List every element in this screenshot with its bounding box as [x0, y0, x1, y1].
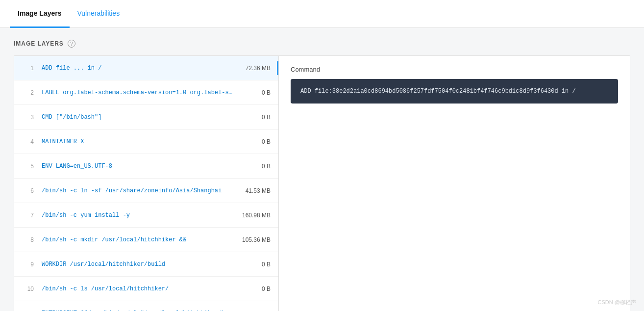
layer-command: /bin/sh -c ls /usr/local/hitchhiker/ [42, 285, 232, 292]
layer-row[interactable]: 9WORKDIR /usr/local/hitchhiker/build0 B [14, 252, 278, 277]
layer-size: 160.98 MB [236, 212, 271, 219]
layer-number: 9 [22, 261, 34, 268]
layer-size: 0 B [236, 285, 271, 292]
section-title: IMAGE LAYERS [14, 40, 64, 47]
layer-number: 2 [22, 89, 34, 96]
layer-row[interactable]: 11ENTRYPOINT ["/usr/bin/node" "/usr/loca… [14, 301, 278, 311]
layer-size: 0 B [236, 114, 271, 121]
layer-row[interactable]: 3CMD ["/bin/bash"]0 B [14, 105, 278, 130]
layer-command: LABEL org.label-schema.schema-version=1.… [42, 89, 232, 96]
layer-row[interactable]: 4MAINTAINER X0 B [14, 130, 278, 154]
layer-command: ADD file ... in / [42, 65, 232, 72]
detail-panel: Command ADD file:38e2d2a1a0cd8694bd5086f… [279, 56, 630, 311]
layer-size: 105.36 MB [236, 236, 271, 243]
layer-row[interactable]: 10/bin/sh -c ls /usr/local/hitchhiker/0 … [14, 277, 278, 301]
layer-row[interactable]: 1ADD file ... in /72.36 MB [14, 56, 278, 80]
help-icon[interactable]: ? [68, 40, 75, 48]
layer-row[interactable]: 5ENV LANG=en_US.UTF-80 B [14, 154, 278, 179]
layer-size: 41.53 MB [236, 187, 271, 194]
layer-size: 0 B [236, 163, 271, 170]
tab-vulnerabilities[interactable]: Vulnerabilities [70, 0, 128, 28]
section-header: IMAGE LAYERS ? [14, 40, 630, 48]
layer-size: 0 B [236, 138, 271, 145]
layer-command: /bin/sh -c mkdir /usr/local/hitchhiker &… [42, 236, 232, 243]
layer-number: 6 [22, 187, 34, 194]
main-content: IMAGE LAYERS ? 1ADD file ... in /72.36 M… [0, 28, 644, 311]
layer-row[interactable]: 8/bin/sh -c mkdir /usr/local/hitchhiker … [14, 228, 278, 252]
layer-row[interactable]: 7/bin/sh -c yum install -y160.98 MB [14, 203, 278, 228]
layer-command: CMD ["/bin/bash"] [42, 114, 232, 121]
layer-command: /bin/sh -c ln -sf /usr/share/zoneinfo/As… [42, 187, 232, 194]
layer-row[interactable]: 2LABEL org.label-schema.schema-version=1… [14, 80, 278, 105]
layer-number: 8 [22, 236, 34, 243]
tab-image-layers[interactable]: Image Layers [10, 0, 70, 28]
layer-command: MAINTAINER X [42, 138, 232, 145]
layer-number: 5 [22, 163, 34, 170]
panels: 1ADD file ... in /72.36 MB2LABEL org.lab… [14, 55, 630, 311]
layer-number: 10 [22, 285, 34, 292]
layer-command: /bin/sh -c yum install -y [42, 212, 232, 219]
command-box: ADD file:38e2d2a1a0cd8694bd5086f257fdf75… [291, 79, 618, 104]
layer-number: 4 [22, 138, 34, 145]
layer-size: 72.36 MB [236, 65, 271, 72]
tab-bar: Image Layers Vulnerabilities [0, 0, 644, 28]
layer-command: WORKDIR /usr/local/hitchhiker/build [42, 261, 232, 268]
detail-label: Command [291, 66, 618, 73]
layer-row[interactable]: 6/bin/sh -c ln -sf /usr/share/zoneinfo/A… [14, 179, 278, 203]
layer-size: 0 B [236, 261, 271, 268]
layer-size: 0 B [236, 89, 271, 96]
layer-command: ENV LANG=en_US.UTF-8 [42, 163, 232, 170]
watermark: CSDN @柳轻声 [598, 299, 636, 306]
layers-panel: 1ADD file ... in /72.36 MB2LABEL org.lab… [14, 56, 279, 311]
layer-number: 1 [22, 65, 34, 72]
layer-number: 7 [22, 212, 34, 219]
layer-number: 3 [22, 114, 34, 121]
